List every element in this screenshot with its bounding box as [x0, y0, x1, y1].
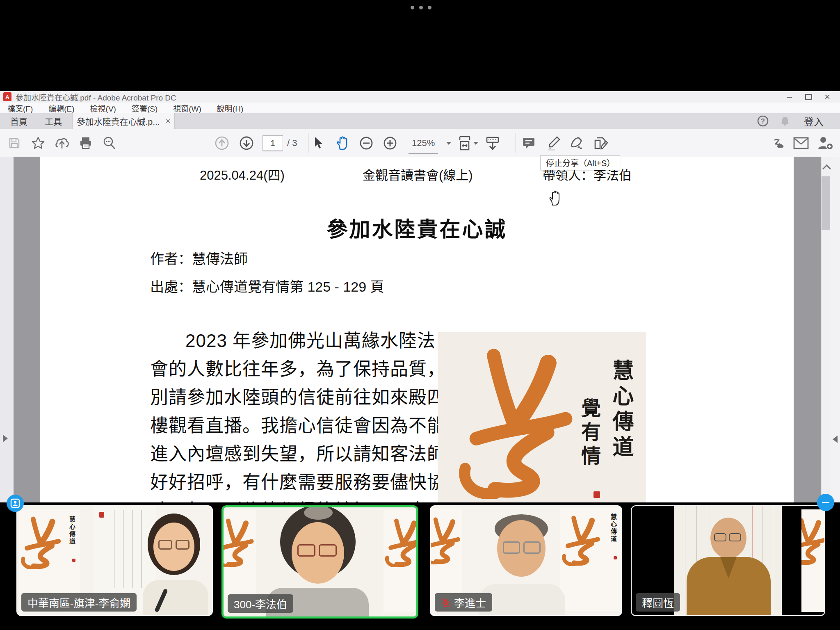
- toolbar-divider: [308, 133, 308, 153]
- menu-view[interactable]: 檢視(V): [90, 103, 116, 114]
- participant-name-label: 300-李法伯: [228, 594, 293, 613]
- hand-tool-button[interactable]: [334, 135, 351, 152]
- cover-seal: [593, 491, 600, 498]
- page-number-input[interactable]: 1: [262, 135, 283, 151]
- menu-window[interactable]: 視窗(W): [173, 103, 201, 114]
- fit-width-button[interactable]: [456, 135, 473, 152]
- hand-cursor: [548, 189, 562, 206]
- favorites-button[interactable]: [30, 135, 47, 152]
- video-tile[interactable]: 慧心傳道 中華南區-旗津-李俞嫻: [16, 505, 213, 616]
- sign-in-button[interactable]: 登入: [797, 113, 830, 129]
- scrollbar-thumb[interactable]: [822, 176, 830, 230]
- scroll-mode-icon: [484, 135, 501, 151]
- comment-tool-button[interactable]: [520, 135, 537, 152]
- search-icon: [102, 136, 117, 151]
- person-add-icon: [816, 135, 833, 151]
- doc-header-date: 2025.04.24(四): [200, 165, 285, 183]
- svg-text:?: ?: [761, 118, 765, 125]
- more-tools-button[interactable]: [592, 135, 609, 152]
- menu-help[interactable]: 說明(H): [217, 103, 243, 114]
- zoom-dropdown-caret[interactable]: [446, 142, 451, 145]
- tab-tools[interactable]: 工具: [38, 113, 69, 129]
- tab-home[interactable]: 首頁: [3, 113, 34, 129]
- maximize-button[interactable]: [799, 91, 818, 103]
- dot: [419, 6, 423, 9]
- doc-body: 2023 年參加佛光山萬緣水陸法 會的人數比往年多，為了保持品質，特 別請參加水…: [150, 326, 433, 525]
- cover-title-col1: 慧心傳道: [606, 359, 637, 461]
- scroll-backdrop: [674, 506, 782, 615]
- comment-pane-toggle-icon[interactable]: [833, 436, 838, 443]
- hand-tool-icon: [335, 135, 350, 151]
- hide-videos-button[interactable]: [817, 494, 834, 511]
- zoom-in-icon: [382, 135, 398, 151]
- body-line: 進入內壇感到失望，所以請知客法師: [150, 440, 433, 468]
- notifications-button[interactable]: [776, 113, 794, 129]
- share-upload-button[interactable]: [53, 135, 71, 152]
- menu-edit[interactable]: 編輯(E): [48, 103, 74, 114]
- participants-panel-button[interactable]: [7, 495, 24, 512]
- link-icon: [769, 135, 786, 151]
- fill-sign-button[interactable]: [568, 135, 586, 152]
- doc-header-center: 金觀音讀書會(線上): [363, 165, 473, 183]
- scroll-up-icon[interactable]: [822, 164, 831, 173]
- doc-author: 作者：慧傳法師: [150, 248, 248, 268]
- print-button[interactable]: [77, 135, 94, 152]
- body-line: 會的人數比往年多，為了保持品質，特: [150, 355, 433, 383]
- tab-document[interactable]: 參加水陸貴在心誠.p... ×: [72, 113, 175, 129]
- menu-file[interactable]: 檔案(F): [7, 103, 33, 114]
- dot: [411, 6, 414, 9]
- body-line: 別請參加水陸頭的信徒前往如來殿四: [150, 383, 433, 411]
- video-tile[interactable]: 釋圓恆: [631, 505, 825, 616]
- nav-pane-toggle-icon[interactable]: [3, 435, 8, 442]
- next-page-button[interactable]: [238, 135, 255, 152]
- previous-page-button[interactable]: [213, 135, 231, 152]
- video-tile-active-speaker[interactable]: 慧心傳道 300-李法伯: [221, 505, 418, 619]
- share-link-button[interactable]: [769, 135, 786, 152]
- participant-name-label: 釋圓恆: [636, 593, 680, 612]
- more-tools-icon: [593, 135, 609, 151]
- brush-calligraphy: [443, 347, 591, 499]
- help-button[interactable]: ?: [754, 113, 772, 129]
- toolbar-divider: [516, 133, 516, 153]
- close-button[interactable]: ×: [818, 91, 837, 103]
- highlighter-icon: [546, 135, 561, 151]
- help-icon: ?: [757, 115, 769, 127]
- cloud-upload-icon: [54, 136, 70, 150]
- page-down-icon: [239, 135, 254, 151]
- zoom-out-button[interactable]: [358, 135, 375, 152]
- select-tool-button[interactable]: [309, 135, 326, 152]
- zoom-out-icon: [358, 135, 374, 151]
- cover-title-col2: 覺有情: [575, 398, 603, 469]
- send-email-button[interactable]: [792, 135, 810, 152]
- fill-sign-icon: [569, 135, 585, 151]
- body-line: 樓觀看直播。我擔心信徒會因為不能: [150, 411, 433, 440]
- doc-source: 出處：慧心傳道覺有情第 125 - 129 頁: [150, 276, 384, 296]
- comment-icon: [521, 135, 536, 151]
- save-icon: [8, 137, 21, 150]
- book-cover-image: 慧心傳道 覺有情: [438, 332, 646, 504]
- bell-icon: [779, 115, 791, 127]
- search-button[interactable]: [101, 135, 118, 152]
- body-line: 好好招呼，有什麼需要服務要儘快協: [150, 468, 433, 496]
- title-bar: A 參加水陸貴在心誠.pdf - Adobe Acrobat Pro DC – …: [0, 91, 840, 103]
- dot: [428, 6, 431, 9]
- printer-icon: [79, 136, 93, 150]
- menu-sign[interactable]: 簽署(S): [132, 103, 158, 114]
- tab-bar: 首頁 工具 參加水陸貴在心誠.p... × ? 登入: [0, 113, 840, 129]
- save-button[interactable]: [6, 135, 23, 152]
- main-toolbar: 1 / 3 125%: [0, 129, 840, 157]
- highlight-tool-button[interactable]: [545, 135, 562, 152]
- zoom-level-value[interactable]: 125%: [409, 138, 438, 154]
- minimize-button[interactable]: –: [780, 91, 799, 103]
- window-title: 參加水陸貴在心誠.pdf - Adobe Acrobat Pro DC: [16, 91, 176, 103]
- add-person-button[interactable]: [816, 135, 833, 152]
- page-total-label: / 3: [287, 138, 297, 148]
- scroll-mode-button[interactable]: [484, 135, 501, 152]
- fit-dropdown-caret[interactable]: [473, 142, 478, 145]
- video-tile[interactable]: 慧心傳道 李進士: [430, 505, 622, 616]
- tab-close-icon[interactable]: ×: [166, 116, 171, 126]
- zoom-in-button[interactable]: [381, 135, 399, 152]
- menu-bar: 檔案(F) 編輯(E) 檢視(V) 簽署(S) 視窗(W) 說明(H): [0, 103, 840, 113]
- minus-icon: [822, 502, 829, 503]
- meeting-controls-handle[interactable]: [411, 6, 431, 9]
